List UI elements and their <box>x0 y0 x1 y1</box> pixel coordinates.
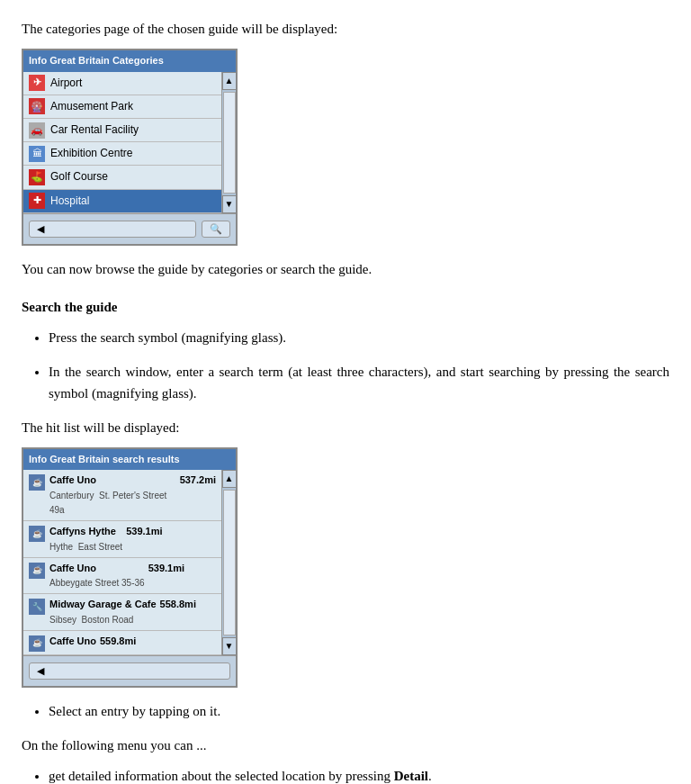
amusement-icon: 🎡 <box>29 98 45 114</box>
categories-list: ✈ Airport 🎡 Amusement Park 🚗 Car Rental … <box>23 72 221 213</box>
result-content: Midway Garage & Cafe Sibsey Boston Road … <box>49 597 216 627</box>
list-item[interactable]: ✚ Hospital <box>23 190 221 213</box>
search-titlebar: Info Great Britain search results <box>23 449 236 471</box>
intro-text: The categories page of the chosen guide … <box>22 18 669 40</box>
scroll-track <box>223 92 236 194</box>
list-item[interactable]: 🔧 Midway Garage & Cafe Sibsey Boston Roa… <box>23 594 221 631</box>
scroll-up-button[interactable]: ▲ <box>222 72 237 90</box>
result-icon: 🔧 <box>29 599 45 615</box>
menu-options-list: get detailed information about the selec… <box>49 765 669 784</box>
result-address: Sibsey Boston Road <box>49 613 157 627</box>
result-address: Canterbury St. Peter's Street 49a <box>49 489 176 518</box>
result-distance: 539.1mi <box>148 561 184 577</box>
item-label: Golf Course <box>50 168 108 185</box>
result-distance: 559.8mi <box>100 634 136 650</box>
search-button[interactable]: 🔍 <box>202 221 230 238</box>
scroll-down-button[interactable]: ▼ <box>222 195 237 213</box>
item-label: Amusement Park <box>50 98 133 115</box>
post-search-list: Select an entry by tapping on it. <box>49 700 669 722</box>
result-content: Caffyns Hythe Hythe East Street 539.1mi <box>49 524 216 554</box>
scrollbar[interactable]: ▲ ▼ <box>221 470 236 654</box>
car-icon: 🚗 <box>29 122 45 139</box>
detail-keyword: Detail <box>394 769 428 783</box>
list-item[interactable]: ☕ Caffe Uno Canterbury St. Peter's Stree… <box>23 470 221 521</box>
result-name: Caffe Uno <box>49 561 145 577</box>
browse-text: You can now browse the guide by categori… <box>22 258 669 280</box>
result-name: Caffe Uno <box>49 473 176 489</box>
following-menu-text: On the following menu you can ... <box>22 734 669 756</box>
back-button[interactable]: ◀ <box>29 221 196 238</box>
list-item[interactable]: ☕ Caffe Uno Abbeygate Street 35-36 539.1… <box>23 558 221 595</box>
airport-icon: ✈ <box>29 75 45 91</box>
hospital-icon: ✚ <box>29 193 45 209</box>
bullet-2: In the search window, enter a search ter… <box>49 361 669 404</box>
item-label: Hospital <box>50 193 89 210</box>
result-name: Caffe Uno <box>49 634 96 650</box>
list-item[interactable]: ☕ Caffyns Hythe Hythe East Street 539.1m… <box>23 521 221 558</box>
result-content: Caffe Uno 559.8mi <box>49 634 216 650</box>
search-heading: Search the guide <box>22 296 669 318</box>
result-content: Caffe Uno Canterbury St. Peter's Street … <box>49 473 216 518</box>
result-distance: 537.2mi <box>180 473 216 489</box>
result-distance: 558.8mi <box>160 597 196 613</box>
result-icon: ☕ <box>29 526 45 542</box>
list-item[interactable]: ☕ Caffe Uno 559.8mi <box>23 631 221 655</box>
result-icon: ☕ <box>29 635 45 652</box>
result-distance: 539.1mi <box>126 524 162 540</box>
search-device: Info Great Britain search results ☕ Caff… <box>22 447 238 688</box>
list-item[interactable]: 🏛 Exhibition Centre <box>23 142 221 166</box>
back-button[interactable]: ◀ <box>29 662 230 680</box>
item-label: Car Rental Facility <box>50 122 139 139</box>
exhibition-icon: 🏛 <box>29 146 45 162</box>
hit-list-text: The hit list will be displayed: <box>22 417 669 438</box>
result-icon: ☕ <box>29 563 45 579</box>
result-name: Caffyns Hythe <box>49 524 122 540</box>
bullet-1: Press the search symbol (magnifying glas… <box>49 327 669 348</box>
list-item[interactable]: 🎡 Amusement Park <box>23 95 221 119</box>
result-address: Hythe East Street <box>49 540 122 554</box>
item-label: Airport <box>50 75 82 92</box>
device-footer: ◀ 🔍 <box>23 213 236 244</box>
result-name: Midway Garage & Cafe <box>49 597 157 613</box>
bullet-detail: get detailed information about the selec… <box>49 765 669 784</box>
categories-titlebar: Info Great Britain Categories <box>23 50 236 72</box>
list-item[interactable]: ⛳ Golf Course <box>23 166 221 189</box>
device-footer: ◀ <box>23 655 236 686</box>
list-item[interactable]: 🚗 Car Rental Facility <box>23 119 221 142</box>
scrollbar[interactable]: ▲ ▼ <box>221 72 236 213</box>
result-content: Caffe Uno Abbeygate Street 35-36 539.1mi <box>49 561 216 591</box>
search-instructions-list: Press the search symbol (magnifying glas… <box>49 327 669 404</box>
result-icon: ☕ <box>29 474 45 491</box>
golf-icon: ⛳ <box>29 169 45 185</box>
categories-device: Info Great Britain Categories ✈ Airport … <box>22 49 238 246</box>
list-item[interactable]: ✈ Airport <box>23 72 221 95</box>
result-address: Abbeygate Street 35-36 <box>49 576 145 590</box>
item-label: Exhibition Centre <box>50 145 132 162</box>
search-results-list: ☕ Caffe Uno Canterbury St. Peter's Stree… <box>23 470 221 654</box>
scroll-up-button[interactable]: ▲ <box>222 470 237 488</box>
scroll-down-button[interactable]: ▼ <box>222 637 237 655</box>
scroll-track <box>223 490 236 635</box>
select-entry-bullet: Select an entry by tapping on it. <box>49 700 669 722</box>
